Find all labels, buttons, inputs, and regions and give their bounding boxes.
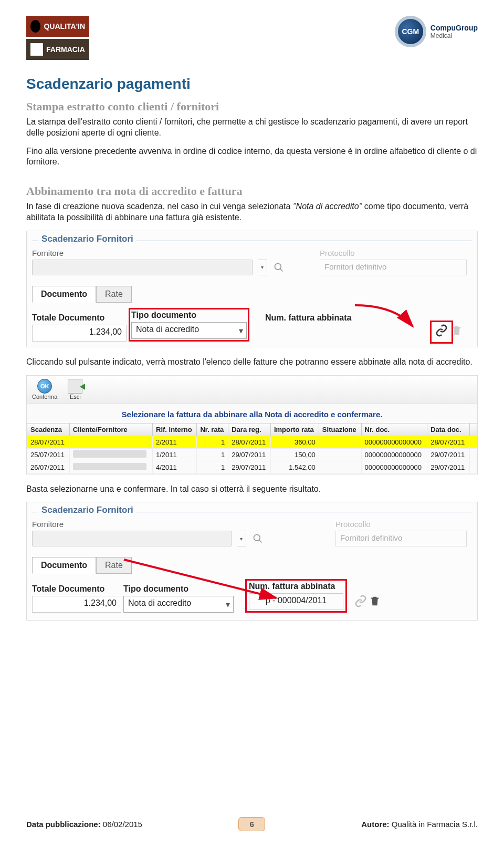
col-rif[interactable]: Rif. interno xyxy=(153,423,197,436)
logo-qualita: QUALITA'IN xyxy=(26,16,89,37)
invoice-table: Scadenza Cliente/Fornitore Rif. interno … xyxy=(27,423,477,474)
svg-point-0 xyxy=(275,263,281,270)
fornitore-input[interactable] xyxy=(32,260,253,275)
fieldset-legend: Scadenzario Fornitori xyxy=(38,234,136,244)
conferma-button[interactable]: OK Conferma xyxy=(32,379,57,400)
protocollo-value: Fornitori definitivo xyxy=(320,260,467,275)
table-row[interactable]: 25/07/20111/2011129/07/2011150,000000000… xyxy=(27,448,477,461)
logo-cgm: CGM CompuGroup Medical xyxy=(395,16,478,47)
screenshot-2: OK Conferma Esci Selezionare la fattura … xyxy=(26,375,478,474)
red-arrow-icon xyxy=(352,303,421,339)
red-arrow-icon xyxy=(121,557,284,604)
search-icon[interactable] xyxy=(272,261,285,274)
page-number: 6 xyxy=(238,817,265,831)
search-icon[interactable] xyxy=(251,532,264,545)
link-button-highlighted[interactable] xyxy=(430,321,453,344)
col-sit[interactable]: Situazione xyxy=(319,423,361,436)
exit-icon xyxy=(68,379,82,394)
section2-heading: Abbinamento tra nota di accredito e fatt… xyxy=(26,184,478,198)
col-ndoc[interactable]: Nr. doc. xyxy=(361,423,427,436)
svg-line-1 xyxy=(280,268,283,271)
section1-heading: Stampa estratto conto clienti / fornitor… xyxy=(26,100,478,113)
col-imp[interactable]: Importo rata xyxy=(270,423,319,436)
para4: Basta selezionarne una e confermare. In … xyxy=(26,484,478,495)
page-title: Scadenzario pagamenti xyxy=(26,76,478,92)
esci-button[interactable]: Esci xyxy=(68,379,82,400)
section1-p2: Fino alla versione precedente avveniva i… xyxy=(26,146,478,168)
col-cliente[interactable]: Cliente/Fornitore xyxy=(69,423,152,436)
header-logos: QUALITA'IN FARMACIA CGM CompuGroup Medic… xyxy=(26,16,478,60)
totdoc-value: 1.234,00 xyxy=(32,325,127,342)
fieldset: Scadenzario Fornitori xyxy=(32,241,472,241)
section2-p1: In fase di creazione nuova scadenza, nel… xyxy=(26,201,478,223)
trash-icon[interactable] xyxy=(451,325,463,339)
protocollo-value: Fornitori definitivo xyxy=(335,531,467,546)
footer-author: Autore: Qualità in Farmacia S.r.l. xyxy=(361,820,478,829)
para3: Cliccando sul pulsante indicato, verrà m… xyxy=(26,357,478,368)
dropdown-icon[interactable]: ▾ xyxy=(258,260,267,275)
section1-p1: La stampa dell'estratto conto clienti / … xyxy=(26,117,478,139)
fieldset-legend: Scadenzario Fornitori xyxy=(38,505,136,515)
screenshot-3: Scadenzario Fornitori Fornitore ▾ Protoc… xyxy=(26,502,478,621)
label-totdoc: Totale Documento xyxy=(32,584,121,594)
instruction-text: Selezionare la fattura da abbinare alla … xyxy=(27,404,477,423)
table-row[interactable]: 26/07/20114/2011129/07/20111.542,0000000… xyxy=(27,461,477,473)
col-ddoc[interactable]: Data doc. xyxy=(427,423,470,436)
col-rata[interactable]: Nr. rata xyxy=(197,423,228,436)
fornitore-input[interactable] xyxy=(32,531,232,546)
table-header-row: Scadenza Cliente/Fornitore Rif. interno … xyxy=(27,423,477,436)
tab-rate[interactable]: Rate xyxy=(96,286,132,303)
tab-documento[interactable]: Documento xyxy=(32,557,96,574)
fieldset: Scadenzario Fornitori xyxy=(32,512,472,512)
label-protocollo: Protocollo xyxy=(320,249,355,257)
cgm-text: CompuGroup Medical xyxy=(430,24,478,39)
toolbar: OK Conferma Esci xyxy=(27,376,477,404)
totdoc-value: 1.234,00 xyxy=(32,596,121,613)
cgm-badge-icon: CGM xyxy=(395,16,426,47)
trash-icon[interactable] xyxy=(369,595,381,610)
svg-point-2 xyxy=(254,535,260,541)
label-fornitore: Fornitore xyxy=(32,249,64,257)
ok-icon: OK xyxy=(37,379,52,394)
col-dreg[interactable]: Dara reg. xyxy=(228,423,271,436)
svg-line-3 xyxy=(259,540,262,543)
label-tipodoc: Tipo documento xyxy=(131,311,247,320)
tabs: Documento Rate xyxy=(32,286,472,303)
label-fornitore: Fornitore xyxy=(32,520,64,529)
link-icon xyxy=(435,324,448,340)
logo-farmacia: FARMACIA xyxy=(26,39,89,60)
table-row[interactable]: 28/07/20112/2011128/07/2011360,000000000… xyxy=(27,436,477,448)
tab-documento[interactable]: Documento xyxy=(32,286,96,303)
label-protocollo: Protocollo xyxy=(335,520,371,529)
tipodoc-select[interactable]: Nota di accredito xyxy=(131,322,247,339)
footer-date: Data pubblicazione: 06/02/2015 xyxy=(26,820,142,829)
link-icon-disabled xyxy=(354,595,367,611)
screenshot-1: Scadenzario Fornitori Fornitore ▾ Protoc… xyxy=(26,231,478,347)
label-numabb: Num. fattura abbinata xyxy=(265,313,351,323)
dropdown-icon[interactable]: ▾ xyxy=(237,531,246,546)
label-totdoc: Totale Documento xyxy=(32,313,127,323)
page-footer: Data pubblicazione: 06/02/2015 6 Autore:… xyxy=(26,817,478,831)
col-scadenza[interactable]: Scadenza xyxy=(27,423,70,436)
logo-qualita-farmacia: QUALITA'IN FARMACIA xyxy=(26,16,89,60)
